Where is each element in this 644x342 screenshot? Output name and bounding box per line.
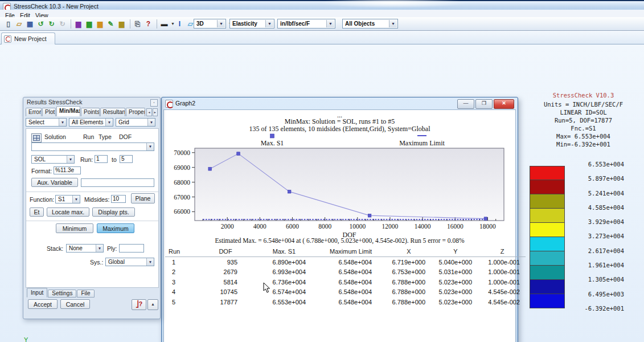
contour-color-bar — [530, 166, 565, 308]
results-dialog-body: Solution Run Type DOF SOL ,5 ,Lin. , 178… — [26, 128, 159, 288]
new-file-icon[interactable]: ▯ — [3, 19, 13, 28]
model-workspace[interactable]: Y X StressCheck V10.3 Units = INCH/LBF/S… — [0, 44, 644, 342]
mesh-book-icon[interactable]: ▆ — [84, 19, 94, 28]
chevron-down-icon[interactable]: ▼ — [146, 258, 154, 266]
sys-select[interactable]: Global ▼ — [105, 258, 154, 266]
aux-variable-button[interactable]: Aux. Variable — [31, 178, 78, 187]
chevron-down-icon[interactable]: ▼ — [105, 119, 113, 126]
chevron-down-icon[interactable]: ▼ — [59, 119, 66, 126]
stack-select-value: None — [69, 245, 83, 251]
results-table[interactable]: RunDOFMax. S1Maximum LimitXYZ19356.890e+… — [165, 246, 526, 307]
chevron-down-icon[interactable]: ▼ — [326, 20, 334, 27]
chart-title-line2: 135 of 135 elements, 10 midsides (Elemen… — [164, 125, 515, 133]
table-row[interactable]: 19356.890e+0046.548e+0046.719e+0005.040e… — [165, 257, 526, 267]
bottom-tab-file[interactable]: File — [77, 290, 94, 298]
analysis-select[interactable]: Elasticity ▼ — [229, 19, 274, 28]
table-cell: 3 — [165, 277, 199, 287]
chevron-down-icon[interactable]: ▼ — [96, 245, 103, 252]
solution-grid-icon[interactable] — [31, 133, 42, 142]
run-to-input[interactable]: 5 — [120, 155, 133, 163]
chevron-down-icon[interactable]: ▼ — [265, 20, 273, 27]
sync-disabled-icon[interactable]: ↻ — [58, 19, 67, 28]
data-point — [288, 190, 291, 193]
format-input[interactable]: %11.3e — [54, 166, 81, 174]
solution-run-combo[interactable]: SOL ,5 ,Lin. , 17877 ▼ — [31, 142, 154, 151]
help-icon[interactable]: ? — [143, 19, 153, 28]
chevron-down-icon[interactable]: ▼ — [171, 22, 175, 26]
tab-new-project[interactable]: New Project — [1, 32, 55, 44]
notes-book-icon[interactable]: ▆ — [117, 19, 126, 28]
table-cell: 1.000e-001 — [479, 277, 526, 287]
dialog-help-button[interactable]: ⎦? — [132, 299, 146, 310]
table-row[interactable]: 226796.993e+0046.548e+0046.753e+0005.031… — [165, 267, 526, 278]
dialog-pin-icon[interactable]: ▫ — [150, 99, 158, 107]
line-style-icon[interactable]: ▬ — [159, 19, 169, 28]
et-button[interactable]: Et — [30, 207, 44, 217]
table-row[interactable]: 4107456.574e+0046.548e+0046.788e+0005.02… — [165, 287, 526, 298]
plane-button[interactable]: Plane — [131, 193, 155, 203]
table-cell: 2 — [165, 267, 199, 278]
open-file-icon[interactable]: ▱ — [14, 19, 24, 28]
run-from-input[interactable]: 1 — [95, 155, 108, 163]
clipboard-icon[interactable]: ⎘ — [133, 19, 142, 28]
chevron-down-icon[interactable]: ▼ — [389, 20, 397, 27]
chevron-down-icon[interactable]: ▼ — [217, 20, 225, 27]
dialog-collapse-button[interactable]: ▲ — [147, 299, 158, 310]
x-tick-label: 6000 — [286, 223, 299, 230]
grid-scope-select[interactable]: Grid▼ — [116, 118, 155, 127]
import-icon[interactable]: ↺ — [36, 19, 46, 28]
midsides-input[interactable]: 10 — [111, 195, 126, 203]
tab-error[interactable]: Error — [26, 108, 42, 116]
display-pts-button[interactable]: Display pts. — [92, 207, 135, 217]
chevron-down-icon[interactable]: ▼ — [147, 119, 155, 126]
tab-resultant[interactable]: Resultant — [100, 108, 125, 116]
graph-window-titlebar[interactable]: Graph2 — ❐ ✕ — [162, 97, 518, 109]
contour-band — [530, 251, 565, 266]
dimension-select[interactable]: 3D ▼ — [194, 19, 226, 28]
table-row[interactable]: 5178776.553e+0046.548e+0046.788e+0005.02… — [165, 297, 526, 307]
restore-button[interactable]: ❐ — [475, 99, 493, 109]
tab-proper[interactable]: Proper — [126, 108, 145, 116]
title-bar[interactable]: StressCheck 10.3 - New Project — [0, 0, 644, 10]
stack-select[interactable]: None ▼ — [66, 244, 104, 253]
locate-max-button[interactable]: Locate max. — [47, 207, 89, 217]
export-icon[interactable]: ↻ — [47, 19, 56, 28]
ply-label: Ply: — [107, 245, 117, 252]
tab-scroll-left-icon[interactable]: ◂ — [146, 108, 151, 116]
objects-select[interactable]: All Objects ▼ — [342, 19, 398, 28]
graph-window: Graph2 — ❐ ✕ ... MinMax: Solution = SOL,… — [161, 97, 518, 342]
units-select[interactable]: in/lbf/sec/F ▼ — [277, 19, 335, 28]
tab-scroll-right-icon[interactable]: ▸ — [153, 108, 158, 116]
chevron-down-icon[interactable]: ▼ — [146, 143, 154, 150]
contour-band — [530, 180, 565, 194]
cancel-button[interactable]: Cancel — [60, 299, 90, 309]
info-line: Units = INCH/LBF/SEC/F — [523, 100, 644, 108]
edit-mesh-icon[interactable]: ✎ — [106, 19, 116, 28]
save-file-icon[interactable]: ▦ — [25, 19, 35, 28]
maximum-button[interactable]: Maximum — [97, 223, 134, 233]
minimize-button[interactable]: — — [457, 99, 474, 109]
minimum-button[interactable]: Minimum — [56, 223, 93, 233]
tab-points[interactable]: Points — [81, 108, 100, 116]
function-select[interactable]: S1 ▼ — [55, 195, 80, 203]
tab-minmax[interactable]: Min/Max — [56, 106, 80, 116]
ibeam-icon[interactable]: I — [175, 19, 184, 28]
solution-select[interactable]: SOL ▼ — [31, 155, 75, 164]
ply-input[interactable] — [119, 244, 144, 253]
table-book-icon[interactable]: ▆ — [95, 19, 105, 28]
line-chart[interactable]: Max. S1Maximum Limit66000670006800069000… — [164, 133, 516, 246]
bottom-tab-input[interactable]: Input — [27, 288, 47, 298]
tab-plot[interactable]: Plot — [42, 108, 56, 116]
aux-variable-input[interactable] — [81, 178, 154, 187]
function-select-value: S1 — [58, 196, 65, 202]
model-book-icon[interactable]: ▆ — [73, 19, 83, 28]
chevron-down-icon[interactable]: ▼ — [72, 196, 80, 203]
accept-button[interactable]: Accept — [28, 299, 58, 309]
table-row[interactable]: 358146.736e+0046.548e+0046.788e+0005.023… — [165, 277, 526, 287]
select-mode-select[interactable]: Select▼ — [26, 118, 67, 127]
close-button[interactable]: ✕ — [494, 99, 514, 109]
units-select-value: in/lbf/sec/F — [280, 21, 310, 27]
element-scope-select[interactable]: All Elements▼ — [69, 118, 113, 127]
bottom-tab-settings[interactable]: Settings — [48, 290, 76, 298]
chevron-down-icon[interactable]: ▼ — [67, 156, 74, 163]
